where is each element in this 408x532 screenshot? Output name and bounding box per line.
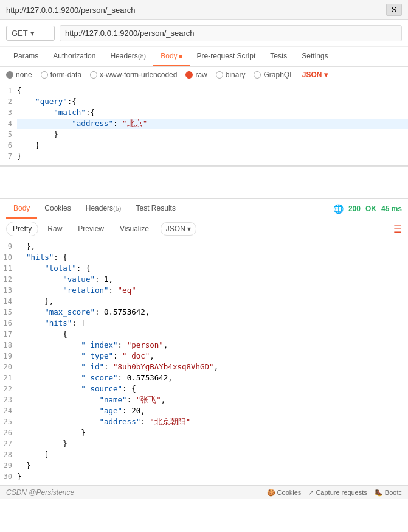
format-tab-preview[interactable]: Preview xyxy=(71,222,111,236)
radio-form-data-icon xyxy=(41,71,48,79)
tab-tests[interactable]: Tests xyxy=(263,47,294,66)
line-number: 19 xyxy=(0,351,17,360)
json-type-dropdown[interactable]: JSON ▾ xyxy=(302,71,328,79)
line-content: "relation": "eq" xyxy=(17,285,408,295)
code-line: 28 ] xyxy=(0,450,408,461)
line-content: "value": 1, xyxy=(17,275,408,284)
format-tab-pretty[interactable]: Pretty xyxy=(6,222,38,236)
code-line: 19 "_type": "_doc", xyxy=(0,351,408,362)
body-options-row: none form-data x-www-form-urlencoded raw… xyxy=(0,67,408,83)
request-section: GET ▾ Params Authorization Headers(8) Bo… xyxy=(0,20,408,167)
radio-urlencoded-icon xyxy=(90,71,97,79)
body-option-graphql[interactable]: GraphQL xyxy=(254,71,293,79)
radio-raw-icon xyxy=(185,71,193,79)
status-text: OK xyxy=(365,205,376,213)
code-line: 1{ xyxy=(0,86,408,97)
line-number: 14 xyxy=(0,296,17,306)
line-content: "_score": 0.5753642, xyxy=(17,373,408,382)
method-select[interactable]: GET ▾ xyxy=(6,26,55,41)
line-number: 13 xyxy=(0,285,17,295)
line-number: 2 xyxy=(0,97,17,106)
line-number: 18 xyxy=(0,340,17,349)
method-url-row: GET ▾ xyxy=(0,20,408,47)
status-code: 200 xyxy=(348,205,361,213)
line-number: 16 xyxy=(0,318,17,327)
body-option-binary[interactable]: binary xyxy=(216,71,246,79)
line-content: { xyxy=(17,86,408,95)
line-content: } xyxy=(17,141,408,150)
code-line: 14 }, xyxy=(0,296,408,307)
line-content: "hits": { xyxy=(17,253,408,262)
code-line: 29 } xyxy=(0,461,408,472)
body-option-none[interactable]: none xyxy=(6,71,32,79)
line-content: }, xyxy=(17,296,408,306)
url-input[interactable] xyxy=(60,25,402,41)
code-line: 30} xyxy=(0,472,408,483)
line-number: 11 xyxy=(0,264,17,273)
tab-headers[interactable]: Headers(8) xyxy=(103,47,153,66)
line-number: 24 xyxy=(0,406,17,415)
body-option-form-data[interactable]: form-data xyxy=(41,71,81,79)
resp-tab-headers[interactable]: Headers(5) xyxy=(78,199,129,219)
code-line: 17 { xyxy=(0,329,408,340)
line-number: 28 xyxy=(0,450,17,459)
format-tab-raw[interactable]: Raw xyxy=(41,222,69,236)
body-option-raw[interactable]: raw xyxy=(185,71,207,79)
radio-none-icon xyxy=(6,71,13,79)
code-line: 11 "total": { xyxy=(0,264,408,275)
url-bar-send-btn[interactable]: S xyxy=(386,4,402,16)
radio-binary-icon xyxy=(216,71,223,79)
footer: CSDN @Persistence 🍪 Cookies ↗ Capture re… xyxy=(0,485,408,499)
line-number: 9 xyxy=(0,242,17,251)
line-content: "hits": [ xyxy=(17,318,408,327)
line-content: } xyxy=(17,428,408,437)
tab-params[interactable]: Params xyxy=(6,47,46,66)
line-content: "match":{ xyxy=(17,108,408,117)
resp-tab-cookies[interactable]: Cookies xyxy=(37,199,78,219)
url-bar: http://127.0.0.1:9200/person/_search S xyxy=(0,0,408,20)
resp-tab-test-results[interactable]: Test Results xyxy=(129,199,183,219)
code-line: 15 "max_score": 0.5753642, xyxy=(0,307,408,318)
line-number: 23 xyxy=(0,395,17,404)
code-line: 13 "relation": "eq" xyxy=(0,285,408,296)
code-line: 25 "address": "北京朝阳" xyxy=(0,417,408,428)
tab-authorization[interactable]: Authorization xyxy=(46,47,103,66)
line-number: 20 xyxy=(0,362,17,371)
filter-icon[interactable]: ☰ xyxy=(393,223,402,235)
code-line: 2 "query":{ xyxy=(0,97,408,108)
footer-link-capture[interactable]: ↗ Capture requests xyxy=(308,489,367,497)
resp-status-right: 🌐 200 OK 45 ms xyxy=(333,204,402,214)
body-dot xyxy=(179,55,182,58)
footer-link-cookies[interactable]: 🍪 Cookies xyxy=(267,489,302,497)
response-code-area: 9 },10 "hits": {11 "total": {12 "value":… xyxy=(0,239,408,485)
line-content: } xyxy=(17,461,408,470)
resp-format-row: Pretty Raw Preview Visualize JSON ▾ ☰ xyxy=(0,219,408,239)
body-option-urlencoded[interactable]: x-www-form-urlencoded xyxy=(90,71,177,79)
code-line: 7} xyxy=(0,152,408,163)
code-line: 4 "address": "北京" xyxy=(0,119,408,130)
line-content: ] xyxy=(17,450,408,459)
code-line: 26 } xyxy=(0,428,408,439)
code-line: 16 "hits": [ xyxy=(0,318,408,329)
footer-link-bootc[interactable]: 🥾 Bootc xyxy=(375,489,402,497)
tab-settings[interactable]: Settings xyxy=(294,47,335,66)
code-line: 6 } xyxy=(0,141,408,152)
line-content: } xyxy=(17,130,408,139)
code-line: 27 } xyxy=(0,439,408,450)
request-code-editor[interactable]: 1{2 "query":{3 "match":{4 "address": "北京… xyxy=(0,83,408,166)
format-tab-visualize[interactable]: Visualize xyxy=(113,222,156,236)
code-line: 5 } xyxy=(0,130,408,141)
tab-pre-request-script[interactable]: Pre-request Script xyxy=(190,47,263,66)
resp-tab-body[interactable]: Body xyxy=(6,199,37,219)
response-json-dropdown[interactable]: JSON ▾ xyxy=(161,222,196,236)
resp-json-chevron-icon: ▾ xyxy=(187,225,191,233)
line-number: 25 xyxy=(0,417,17,426)
line-content: "age": 20, xyxy=(17,406,408,415)
line-content: "address": "北京朝阳" xyxy=(17,417,408,427)
tab-body[interactable]: Body xyxy=(153,47,189,66)
line-number: 15 xyxy=(0,307,17,317)
line-number: 3 xyxy=(0,108,17,117)
line-content: "_index": "person", xyxy=(17,340,408,349)
code-line: 24 "age": 20, xyxy=(0,406,408,417)
line-number: 22 xyxy=(0,384,17,393)
